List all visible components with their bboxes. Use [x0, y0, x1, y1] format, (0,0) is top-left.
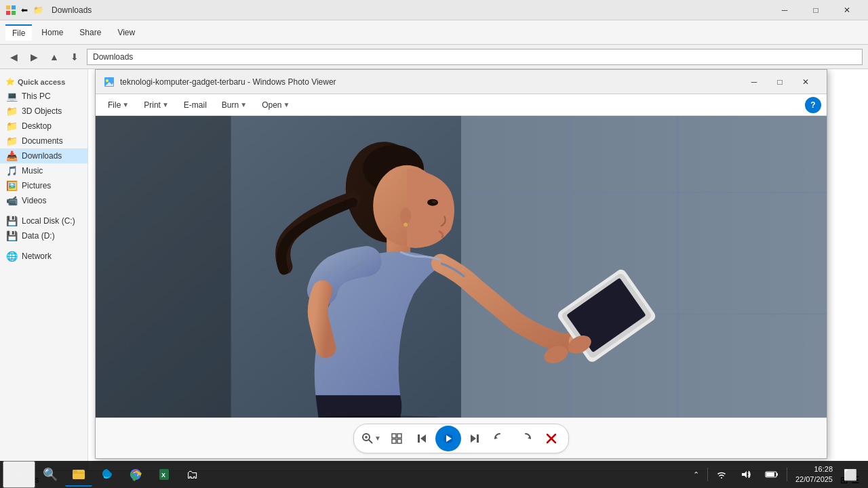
clock-time: 16:28 — [795, 464, 833, 474]
svg-rect-62 — [766, 472, 774, 476]
files-taskbar-icon: 🗂 — [186, 468, 199, 482]
pv-help-button[interactable]: ? — [805, 97, 821, 113]
pv-close-button[interactable]: ✕ — [793, 73, 818, 92]
print-menu-arrow: ▼ — [162, 101, 169, 108]
sidebar-item-music[interactable]: 🎵 Music — [0, 163, 87, 178]
ribbon: File Home Share View — [0, 20, 868, 45]
fit-button[interactable] — [384, 426, 410, 451]
start-button[interactable] — [3, 461, 35, 488]
svg-rect-35 — [392, 439, 396, 443]
pv-menu-file[interactable]: File ▼ — [101, 98, 136, 113]
documents-icon: 📁 — [5, 136, 18, 146]
taskbar-excel[interactable]: X — [151, 462, 178, 487]
svg-rect-14 — [96, 116, 231, 418]
prev-photo-button[interactable] — [410, 426, 435, 451]
svg-rect-33 — [392, 434, 396, 438]
wifi-icon — [716, 470, 727, 479]
pv-app-icon — [104, 77, 115, 87]
explorer-taskbar-icon — [72, 467, 85, 481]
taskbar-files[interactable]: 🗂 — [179, 462, 206, 487]
chevron-up-icon[interactable]: ⌃ — [693, 470, 699, 479]
pv-maximize-button[interactable]: □ — [767, 73, 793, 92]
sidebar-item-downloads[interactable]: 📥 Downloads — [0, 148, 87, 163]
forward-button[interactable]: ▶ — [26, 49, 42, 65]
tab-home[interactable]: Home — [35, 25, 70, 40]
search-taskbar-icon: 🔍 — [43, 467, 58, 482]
sidebar-item-videos[interactable]: 📹 Videos — [0, 193, 87, 208]
svg-point-20 — [432, 201, 436, 203]
sidebar-item-this-pc[interactable]: 💻 This PC — [0, 89, 87, 104]
slideshow-button[interactable] — [435, 426, 461, 451]
network-tray-icon[interactable] — [711, 470, 732, 479]
next-photo-button[interactable] — [461, 426, 487, 451]
volume-icon — [741, 470, 751, 479]
svg-point-5 — [106, 79, 108, 82]
tab-file[interactable]: File — [5, 24, 32, 41]
close-button[interactable]: ✕ — [831, 0, 863, 20]
taskbar-search[interactable]: 🔍 — [37, 462, 64, 487]
pv-menu-print[interactable]: Print ▼ — [137, 98, 176, 113]
pv-menu-email[interactable]: E-mail — [177, 98, 214, 113]
title-bar-icons: ⬅ 📁 — [5, 5, 43, 16]
videos-icon: 📹 — [5, 195, 18, 206]
minimize-button[interactable]: ─ — [769, 0, 800, 20]
rotate-left-button[interactable] — [487, 426, 513, 451]
sidebar-item-desktop[interactable]: 📁 Desktop — [0, 119, 87, 134]
sidebar-item-documents[interactable]: 📁 Documents — [0, 134, 87, 148]
sidebar-item-pictures[interactable]: 🖼️ Pictures — [0, 178, 87, 193]
address-bar[interactable]: Downloads — [87, 49, 863, 65]
taskbar-chrome[interactable] — [122, 462, 149, 487]
rotate-right-button[interactable] — [513, 426, 538, 451]
tab-share[interactable]: Share — [73, 25, 108, 40]
show-desktop-button[interactable]: ⬜ — [841, 468, 860, 481]
title-bar: ⬅ 📁 Downloads ─ □ ✕ — [0, 0, 868, 20]
network-icon: 🌐 — [5, 251, 18, 262]
svg-marker-43 — [471, 434, 476, 443]
svg-text:X: X — [161, 472, 165, 479]
disk-d-icon: 💾 — [5, 230, 18, 241]
explorer-window: ⬅ 📁 Downloads ─ □ ✕ File Home Share View… — [0, 0, 868, 488]
zoom-button[interactable]: ▼ — [358, 426, 384, 451]
sidebar-item-local-disk-c[interactable]: 💾 Local Disk (C:) — [0, 214, 87, 228]
sidebar-item-data-d[interactable]: 💾 Data (D:) — [0, 228, 87, 243]
taskbar-explorer[interactable] — [65, 462, 92, 487]
excel-icon: X — [157, 468, 171, 481]
svg-rect-50 — [14, 475, 18, 480]
battery-tray-icon[interactable] — [760, 470, 784, 479]
svg-marker-38 — [420, 434, 426, 443]
svg-rect-34 — [397, 434, 401, 438]
back-button[interactable]: ◀ — [5, 49, 22, 65]
delete-photo-button[interactable] — [538, 426, 564, 451]
up-button[interactable]: ▲ — [46, 49, 62, 65]
svg-marker-60 — [742, 471, 747, 478]
svg-rect-9 — [461, 116, 827, 418]
svg-rect-42 — [477, 434, 479, 443]
photo-viewer-window: teknologi-komputer-gadget-terbaru - Wind… — [95, 69, 827, 459]
chrome-icon — [129, 468, 142, 481]
maximize-button[interactable]: □ — [800, 0, 831, 20]
pv-window-controls: ─ □ ✕ — [741, 73, 818, 92]
sidebar-item-network[interactable]: 🌐 Network — [0, 249, 87, 264]
svg-line-30 — [369, 440, 372, 443]
disk-c-icon: 💾 — [5, 216, 18, 226]
tab-view[interactable]: View — [111, 25, 142, 40]
pv-minimize-button[interactable]: ─ — [741, 73, 767, 92]
folder-icon: 📁 — [33, 5, 43, 16]
downloads-icon: 📥 — [5, 150, 18, 161]
svg-point-57 — [134, 472, 138, 476]
sidebar-item-3d-objects[interactable]: 📁 3D Objects — [0, 104, 87, 119]
open-menu-arrow: ▼ — [283, 101, 290, 108]
music-icon: 🎵 — [5, 165, 18, 176]
pv-menu-open[interactable]: Open ▼ — [255, 98, 296, 113]
download-button[interactable]: ⬇ — [66, 49, 83, 65]
taskbar-right: ⌃ 16:28 2 — [688, 464, 865, 485]
pv-photo-display — [96, 116, 827, 418]
svg-rect-3 — [12, 11, 16, 15]
desktop-folder-icon: 📁 — [5, 121, 18, 131]
volume-tray-icon[interactable] — [735, 470, 757, 479]
pv-menu-burn[interactable]: Burn ▼ — [215, 98, 254, 113]
svg-rect-49 — [20, 469, 24, 474]
tray-divider — [707, 468, 708, 481]
taskbar-edge[interactable] — [94, 462, 121, 487]
taskbar-clock[interactable]: 16:28 22/07/2025 — [790, 464, 838, 485]
